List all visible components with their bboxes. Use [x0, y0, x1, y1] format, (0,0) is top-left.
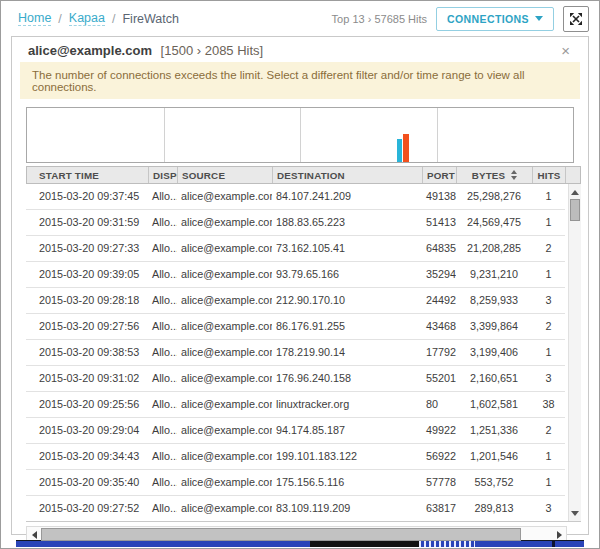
table-body: 2015-03-20 09:37:45Allo...alice@example.… [26, 184, 581, 522]
table-row[interactable]: 2015-03-20 09:31:02Allo...alice@example.… [26, 366, 565, 392]
column-header-start_time[interactable]: START TIME [27, 167, 149, 183]
cell-disposition: Allo... [148, 418, 177, 443]
column-header-hits[interactable]: HITS [533, 167, 566, 183]
cell-start_time: 2015-03-20 09:37:45 [26, 184, 148, 209]
table-row[interactable]: 2015-03-20 09:34:43Allo...alice@example.… [26, 444, 565, 470]
cell-start_time: 2015-03-20 09:29:04 [26, 418, 148, 443]
cell-port: 17792 [422, 340, 456, 365]
expand-arrows-icon [569, 12, 583, 26]
table-row[interactable]: 2015-03-20 09:25:56Allo...alice@example.… [26, 392, 565, 418]
cell-source: alice@example.com [177, 470, 272, 495]
cell-destination: 199.101.183.122 [272, 444, 422, 469]
horizontal-scrollbar-track[interactable] [41, 527, 552, 542]
cell-bytes: 553,752 [456, 470, 532, 495]
cell-start_time: 2015-03-20 09:27:56 [26, 314, 148, 339]
breadcrumb-firewatch: FireWatch [122, 12, 179, 26]
column-label: PORT [427, 170, 455, 181]
panel-title-user: alice@example.com [28, 43, 152, 58]
horizontal-scrollbar[interactable] [26, 526, 567, 543]
cell-destination: 83.109.119.209 [272, 496, 422, 521]
horizontal-scrollbar-thumb[interactable] [41, 528, 521, 541]
table-row[interactable]: 2015-03-20 09:29:04Allo...alice@example.… [26, 418, 565, 444]
cell-port: 64835 [422, 236, 456, 261]
top-bar: Home/Kapaa/FireWatch Top 13 › 57685 Hits… [1, 1, 599, 36]
cell-port: 49138 [422, 184, 456, 209]
scroll-right-button[interactable] [552, 527, 566, 542]
cell-hits: 3 [532, 366, 565, 391]
table-row[interactable]: 2015-03-20 09:39:05Allo...alice@example.… [26, 262, 565, 288]
cell-source: alice@example.com [177, 314, 272, 339]
connections-dropdown-button[interactable]: CONNECTIONS [436, 7, 554, 31]
table-body-wrap: 2015-03-20 09:37:45Allo...alice@example.… [26, 184, 581, 522]
firewatch-window: Home/Kapaa/FireWatch Top 13 › 57685 Hits… [0, 0, 600, 549]
cell-start_time: 2015-03-20 09:27:33 [26, 236, 148, 261]
breadcrumb: Home/Kapaa/FireWatch [18, 11, 179, 26]
cell-destination: 176.96.240.158 [272, 366, 422, 391]
scroll-up-button[interactable] [569, 186, 581, 198]
cell-bytes: 8,259,933 [456, 288, 532, 313]
cell-source: alice@example.com [177, 366, 272, 391]
table-row[interactable]: 2015-03-20 09:37:45Allo...alice@example.… [26, 184, 565, 210]
cell-bytes: 289,813 [456, 496, 532, 521]
table-row[interactable]: 2015-03-20 09:31:59Allo...alice@example.… [26, 210, 565, 236]
breadcrumb-home[interactable]: Home [18, 11, 51, 26]
column-header-destination[interactable]: DESTINATION [273, 167, 423, 183]
cell-destination: 175.156.5.116 [272, 470, 422, 495]
cell-disposition: Allo... [148, 340, 177, 365]
cyan-bar [397, 139, 402, 162]
expand-button[interactable] [563, 6, 589, 32]
cell-destination: 94.174.85.187 [272, 418, 422, 443]
table-row[interactable]: 2015-03-20 09:38:53Allo...alice@example.… [26, 340, 565, 366]
column-header-bytes[interactable]: BYTES [457, 167, 533, 183]
cell-disposition: Allo... [148, 392, 177, 417]
column-label: BYTES [472, 170, 506, 181]
hits-summary: Top 13 › 57685 Hits [332, 13, 427, 25]
table-row[interactable]: 2015-03-20 09:27:56Allo...alice@example.… [26, 314, 565, 340]
cell-disposition: Allo... [148, 470, 177, 495]
scroll-down-button[interactable] [569, 507, 581, 519]
close-icon[interactable]: × [559, 43, 572, 58]
cell-hits: 1 [532, 210, 565, 235]
scroll-left-button[interactable] [27, 527, 41, 542]
sort-down-arrow [511, 176, 517, 180]
cell-start_time: 2015-03-20 09:39:05 [26, 262, 148, 287]
cell-disposition: Allo... [148, 366, 177, 391]
sort-up-arrow [511, 170, 517, 174]
chevron-down-icon [535, 16, 543, 21]
column-header-port[interactable]: PORT [423, 167, 457, 183]
cell-disposition: Allo... [148, 210, 177, 235]
vertical-scrollbar[interactable] [568, 184, 581, 521]
sort-icon [511, 170, 517, 180]
cell-source: alice@example.com [177, 496, 272, 521]
table-row[interactable]: 2015-03-20 09:28:18Allo...alice@example.… [26, 288, 565, 314]
cell-bytes: 1,602,581 [456, 392, 532, 417]
vertical-scrollbar-thumb[interactable] [570, 199, 580, 221]
arrow-right-icon [557, 531, 562, 539]
chart-gridline [437, 108, 438, 162]
column-header-disposition[interactable]: DISPOSITION [149, 167, 178, 183]
column-header-source[interactable]: SOURCE [178, 167, 273, 183]
cell-bytes: 1,251,336 [456, 418, 532, 443]
cell-hits: 3 [532, 496, 565, 521]
cell-destination: 93.79.65.166 [272, 262, 422, 287]
cell-source: alice@example.com [177, 288, 272, 313]
cell-source: alice@example.com [177, 340, 272, 365]
cell-destination: 212.90.170.10 [272, 288, 422, 313]
column-label: HITS [537, 170, 560, 181]
cell-port: 55201 [422, 366, 456, 391]
cell-source: alice@example.com [177, 210, 272, 235]
cell-port: 51413 [422, 210, 456, 235]
cell-disposition: Allo... [148, 262, 177, 287]
table-header: START TIMEDISPOSITIONSOURCEDESTINATIONPO… [26, 166, 581, 184]
arrow-left-icon [32, 531, 37, 539]
cell-disposition: Allo... [148, 288, 177, 313]
cell-hits: 1 [532, 262, 565, 287]
table-row[interactable]: 2015-03-20 09:35:40Allo...alice@example.… [26, 470, 565, 496]
cell-hits: 1 [532, 340, 565, 365]
cell-bytes: 25,298,276 [456, 184, 532, 209]
cell-destination: 86.176.91.255 [272, 314, 422, 339]
cell-bytes: 24,569,475 [456, 210, 532, 235]
table-row[interactable]: 2015-03-20 09:27:52Allo...alice@example.… [26, 496, 565, 522]
breadcrumb-kapaa[interactable]: Kapaa [69, 11, 105, 26]
table-row[interactable]: 2015-03-20 09:27:33Allo...alice@example.… [26, 236, 565, 262]
